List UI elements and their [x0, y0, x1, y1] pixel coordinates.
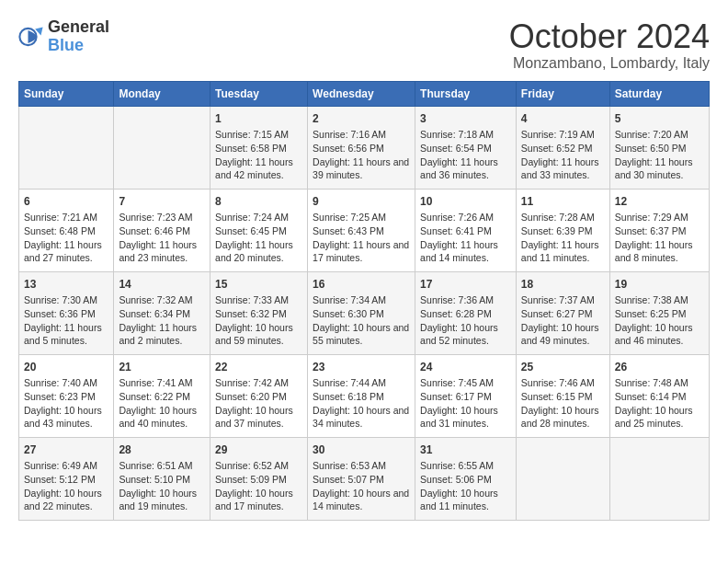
calendar-cell: 25Sunrise: 7:46 AM Sunset: 6:15 PM Dayli… [516, 354, 609, 437]
day-number: 26 [615, 360, 704, 375]
calendar-cell [114, 106, 210, 189]
week-row: 27Sunrise: 6:49 AM Sunset: 5:12 PM Dayli… [19, 437, 710, 520]
cell-content: Sunrise: 7:23 AM Sunset: 6:46 PM Dayligh… [119, 211, 205, 265]
calendar-cell: 16Sunrise: 7:34 AM Sunset: 6:30 PM Dayli… [308, 271, 415, 354]
day-number: 6 [24, 194, 108, 210]
day-number: 3 [420, 111, 511, 127]
day-number: 16 [313, 277, 410, 293]
calendar-table: SundayMondayTuesdayWednesdayThursdayFrid… [18, 81, 710, 521]
day-number: 20 [24, 360, 108, 375]
cell-content: Sunrise: 7:29 AM Sunset: 6:37 PM Dayligh… [615, 211, 704, 265]
calendar-cell: 22Sunrise: 7:42 AM Sunset: 6:20 PM Dayli… [210, 354, 308, 437]
day-number: 1 [215, 111, 302, 127]
day-number: 25 [521, 360, 605, 375]
calendar-cell: 19Sunrise: 7:38 AM Sunset: 6:25 PM Dayli… [609, 271, 709, 354]
calendar-cell: 3Sunrise: 7:18 AM Sunset: 6:54 PM Daylig… [415, 106, 517, 189]
day-header: Thursday [415, 81, 517, 106]
calendar-cell: 21Sunrise: 7:41 AM Sunset: 6:22 PM Dayli… [114, 354, 210, 437]
location: Monzambano, Lombardy, Italy [509, 55, 710, 72]
calendar-cell: 12Sunrise: 7:29 AM Sunset: 6:37 PM Dayli… [609, 189, 709, 271]
calendar-cell: 15Sunrise: 7:33 AM Sunset: 6:32 PM Dayli… [210, 271, 308, 354]
week-row: 20Sunrise: 7:40 AM Sunset: 6:23 PM Dayli… [19, 354, 710, 437]
calendar-cell: 7Sunrise: 7:23 AM Sunset: 6:46 PM Daylig… [114, 189, 210, 271]
day-number: 24 [420, 360, 511, 375]
day-number: 7 [119, 194, 205, 210]
cell-content: Sunrise: 7:32 AM Sunset: 6:34 PM Dayligh… [119, 293, 205, 348]
cell-content: Sunrise: 7:28 AM Sunset: 6:39 PM Dayligh… [521, 211, 605, 265]
cell-content: Sunrise: 7:30 AM Sunset: 6:36 PM Dayligh… [24, 293, 108, 348]
week-row: 13Sunrise: 7:30 AM Sunset: 6:36 PM Dayli… [19, 271, 710, 354]
calendar-cell: 10Sunrise: 7:26 AM Sunset: 6:41 PM Dayli… [415, 189, 517, 271]
day-number: 15 [215, 277, 302, 293]
month-title: October 2024 [509, 18, 710, 55]
day-header: Tuesday [210, 81, 308, 106]
day-number: 9 [313, 194, 410, 210]
cell-content: Sunrise: 7:15 AM Sunset: 6:58 PM Dayligh… [215, 128, 302, 182]
calendar-cell: 18Sunrise: 7:37 AM Sunset: 6:27 PM Dayli… [516, 271, 609, 354]
day-header: Friday [516, 81, 609, 106]
day-header: Wednesday [308, 81, 415, 106]
day-number: 21 [119, 360, 205, 375]
calendar-cell: 30Sunrise: 6:53 AM Sunset: 5:07 PM Dayli… [308, 437, 415, 520]
calendar-cell: 2Sunrise: 7:16 AM Sunset: 6:56 PM Daylig… [308, 106, 415, 189]
day-header: Sunday [19, 81, 114, 106]
day-number: 4 [521, 111, 605, 127]
cell-content: Sunrise: 7:18 AM Sunset: 6:54 PM Dayligh… [420, 128, 511, 182]
logo-icon [18, 24, 44, 50]
cell-content: Sunrise: 7:20 AM Sunset: 6:50 PM Dayligh… [615, 128, 704, 182]
cell-content: Sunrise: 7:25 AM Sunset: 6:43 PM Dayligh… [313, 211, 410, 265]
day-number: 22 [215, 360, 302, 375]
calendar-cell: 6Sunrise: 7:21 AM Sunset: 6:48 PM Daylig… [19, 189, 114, 271]
cell-content: Sunrise: 6:53 AM Sunset: 5:07 PM Dayligh… [313, 459, 410, 513]
title-block: October 2024 Monzambano, Lombardy, Italy [509, 18, 710, 72]
calendar-cell: 14Sunrise: 7:32 AM Sunset: 6:34 PM Dayli… [114, 271, 210, 354]
cell-content: Sunrise: 7:19 AM Sunset: 6:52 PM Dayligh… [521, 128, 605, 182]
day-number: 30 [313, 442, 410, 458]
week-row: 6Sunrise: 7:21 AM Sunset: 6:48 PM Daylig… [19, 189, 710, 271]
day-number: 28 [119, 442, 205, 458]
cell-content: Sunrise: 7:48 AM Sunset: 6:14 PM Dayligh… [615, 376, 704, 431]
calendar-cell [19, 106, 114, 189]
calendar-cell: 31Sunrise: 6:55 AM Sunset: 5:06 PM Dayli… [415, 437, 517, 520]
calendar-cell: 23Sunrise: 7:44 AM Sunset: 6:18 PM Dayli… [308, 354, 415, 437]
calendar-cell: 4Sunrise: 7:19 AM Sunset: 6:52 PM Daylig… [516, 106, 609, 189]
day-number: 2 [313, 111, 410, 127]
calendar-cell [609, 437, 709, 520]
calendar-cell: 11Sunrise: 7:28 AM Sunset: 6:39 PM Dayli… [516, 189, 609, 271]
day-number: 12 [615, 194, 704, 210]
day-number: 19 [615, 277, 704, 293]
calendar-cell: 20Sunrise: 7:40 AM Sunset: 6:23 PM Dayli… [19, 354, 114, 437]
logo: General Blue [18, 18, 109, 55]
cell-content: Sunrise: 7:34 AM Sunset: 6:30 PM Dayligh… [313, 293, 410, 348]
calendar-cell: 5Sunrise: 7:20 AM Sunset: 6:50 PM Daylig… [609, 106, 709, 189]
day-header: Monday [114, 81, 210, 106]
cell-content: Sunrise: 7:26 AM Sunset: 6:41 PM Dayligh… [420, 211, 511, 265]
cell-content: Sunrise: 7:33 AM Sunset: 6:32 PM Dayligh… [215, 293, 302, 348]
cell-content: Sunrise: 6:52 AM Sunset: 5:09 PM Dayligh… [215, 459, 302, 513]
day-number: 23 [313, 360, 410, 375]
calendar-cell [516, 437, 609, 520]
day-header: Saturday [609, 81, 709, 106]
cell-content: Sunrise: 6:55 AM Sunset: 5:06 PM Dayligh… [420, 459, 511, 513]
day-number: 27 [24, 442, 108, 458]
calendar-cell: 27Sunrise: 6:49 AM Sunset: 5:12 PM Dayli… [19, 437, 114, 520]
day-number: 5 [615, 111, 704, 127]
calendar-cell: 13Sunrise: 7:30 AM Sunset: 6:36 PM Dayli… [19, 271, 114, 354]
header-row: SundayMondayTuesdayWednesdayThursdayFrid… [19, 81, 710, 106]
day-number: 13 [24, 277, 108, 293]
cell-content: Sunrise: 7:44 AM Sunset: 6:18 PM Dayligh… [313, 376, 410, 431]
day-number: 18 [521, 277, 605, 293]
cell-content: Sunrise: 7:21 AM Sunset: 6:48 PM Dayligh… [24, 211, 108, 265]
day-number: 10 [420, 194, 511, 210]
cell-content: Sunrise: 7:45 AM Sunset: 6:17 PM Dayligh… [420, 376, 511, 431]
cell-content: Sunrise: 7:16 AM Sunset: 6:56 PM Dayligh… [313, 128, 410, 182]
cell-content: Sunrise: 7:37 AM Sunset: 6:27 PM Dayligh… [521, 293, 605, 348]
cell-content: Sunrise: 7:46 AM Sunset: 6:15 PM Dayligh… [521, 376, 605, 431]
cell-content: Sunrise: 6:51 AM Sunset: 5:10 PM Dayligh… [119, 459, 205, 513]
day-number: 31 [420, 442, 511, 458]
day-number: 14 [119, 277, 205, 293]
cell-content: Sunrise: 7:41 AM Sunset: 6:22 PM Dayligh… [119, 376, 205, 431]
calendar-cell: 1Sunrise: 7:15 AM Sunset: 6:58 PM Daylig… [210, 106, 308, 189]
calendar-cell: 29Sunrise: 6:52 AM Sunset: 5:09 PM Dayli… [210, 437, 308, 520]
cell-content: Sunrise: 6:49 AM Sunset: 5:12 PM Dayligh… [24, 459, 108, 513]
